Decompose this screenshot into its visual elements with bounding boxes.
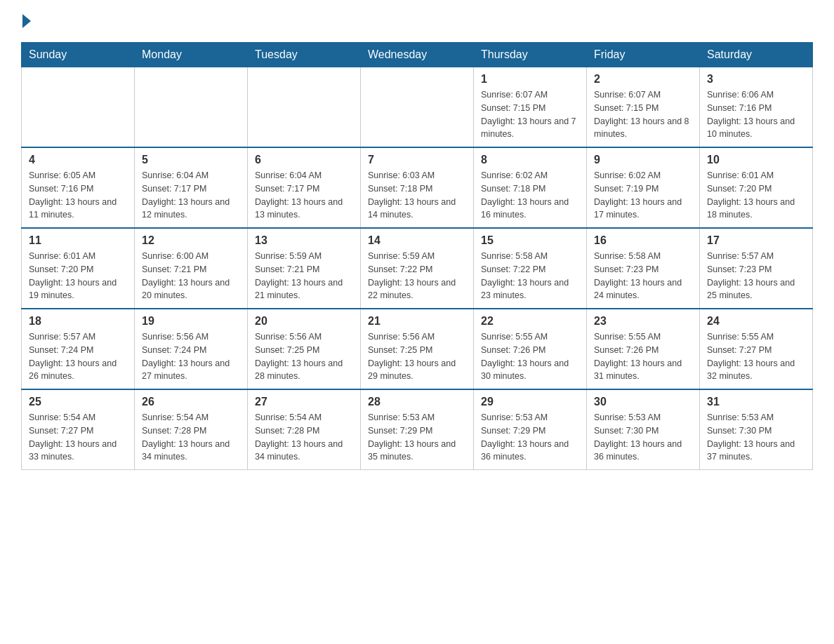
day-number: 25 [29,396,127,408]
calendar-cell: 23Sunrise: 5:55 AMSunset: 7:26 PMDayligh… [587,309,700,389]
day-info: Sunrise: 5:59 AMSunset: 7:22 PMDaylight:… [368,250,466,302]
calendar-cell: 29Sunrise: 5:53 AMSunset: 7:29 PMDayligh… [474,389,587,470]
logo [21,14,32,28]
day-of-week-header: Monday [135,43,248,67]
day-of-week-header: Friday [587,43,700,67]
day-number: 16 [594,234,692,247]
day-number: 3 [707,73,805,86]
calendar-cell: 7Sunrise: 6:03 AMSunset: 7:18 PMDaylight… [361,147,474,228]
day-info: Sunrise: 6:07 AMSunset: 7:15 PMDaylight:… [594,88,692,141]
day-number: 24 [707,315,805,328]
calendar-cell [22,67,135,148]
day-of-week-header: Saturday [700,43,813,67]
day-info: Sunrise: 6:04 AMSunset: 7:17 PMDaylight:… [142,169,240,222]
day-number: 7 [368,154,466,166]
day-number: 28 [368,396,466,408]
day-number: 9 [594,154,692,166]
day-info: Sunrise: 6:01 AMSunset: 7:20 PMDaylight:… [707,169,805,222]
day-number: 2 [594,73,692,86]
calendar-week-row: 1Sunrise: 6:07 AMSunset: 7:15 PMDaylight… [22,67,813,148]
day-info: Sunrise: 5:55 AMSunset: 7:26 PMDaylight:… [594,330,692,383]
calendar-cell: 3Sunrise: 6:06 AMSunset: 7:16 PMDaylight… [700,67,813,148]
day-number: 13 [255,234,353,247]
day-info: Sunrise: 5:56 AMSunset: 7:25 PMDaylight:… [368,330,466,383]
calendar-cell: 21Sunrise: 5:56 AMSunset: 7:25 PMDayligh… [361,309,474,389]
calendar-cell: 11Sunrise: 6:01 AMSunset: 7:20 PMDayligh… [22,228,135,309]
day-info: Sunrise: 5:54 AMSunset: 7:28 PMDaylight:… [255,411,353,464]
day-info: Sunrise: 6:06 AMSunset: 7:16 PMDaylight:… [707,88,805,141]
calendar-cell: 9Sunrise: 6:02 AMSunset: 7:19 PMDaylight… [587,147,700,228]
day-number: 11 [29,234,127,247]
day-number: 30 [594,396,692,408]
calendar-week-row: 25Sunrise: 5:54 AMSunset: 7:27 PMDayligh… [22,389,813,470]
calendar-cell: 28Sunrise: 5:53 AMSunset: 7:29 PMDayligh… [361,389,474,470]
calendar-week-row: 11Sunrise: 6:01 AMSunset: 7:20 PMDayligh… [22,228,813,309]
calendar-table: SundayMondayTuesdayWednesdayThursdayFrid… [21,42,813,470]
calendar-cell: 14Sunrise: 5:59 AMSunset: 7:22 PMDayligh… [361,228,474,309]
calendar-week-row: 18Sunrise: 5:57 AMSunset: 7:24 PMDayligh… [22,309,813,389]
day-number: 19 [142,315,240,328]
calendar-cell: 5Sunrise: 6:04 AMSunset: 7:17 PMDaylight… [135,147,248,228]
calendar-cell: 22Sunrise: 5:55 AMSunset: 7:26 PMDayligh… [474,309,587,389]
calendar-cell: 10Sunrise: 6:01 AMSunset: 7:20 PMDayligh… [700,147,813,228]
calendar-cell: 25Sunrise: 5:54 AMSunset: 7:27 PMDayligh… [22,389,135,470]
day-number: 5 [142,154,240,166]
day-number: 12 [142,234,240,247]
calendar-cell [361,67,474,148]
calendar-cell: 19Sunrise: 5:56 AMSunset: 7:24 PMDayligh… [135,309,248,389]
calendar-cell: 17Sunrise: 5:57 AMSunset: 7:23 PMDayligh… [700,228,813,309]
day-info: Sunrise: 6:02 AMSunset: 7:18 PMDaylight:… [481,169,579,222]
calendar-cell: 15Sunrise: 5:58 AMSunset: 7:22 PMDayligh… [474,228,587,309]
day-of-week-header: Tuesday [248,43,361,67]
day-of-week-header: Wednesday [361,43,474,67]
day-number: 31 [707,396,805,408]
day-info: Sunrise: 5:57 AMSunset: 7:23 PMDaylight:… [707,250,805,302]
day-info: Sunrise: 6:04 AMSunset: 7:17 PMDaylight:… [255,169,353,222]
calendar-cell [135,67,248,148]
day-info: Sunrise: 6:02 AMSunset: 7:19 PMDaylight:… [594,169,692,222]
calendar-cell: 24Sunrise: 5:55 AMSunset: 7:27 PMDayligh… [700,309,813,389]
day-number: 14 [368,234,466,247]
day-info: Sunrise: 5:58 AMSunset: 7:22 PMDaylight:… [481,250,579,302]
calendar-cell: 4Sunrise: 6:05 AMSunset: 7:16 PMDaylight… [22,147,135,228]
day-number: 4 [29,154,127,166]
day-number: 21 [368,315,466,328]
day-of-week-header: Sunday [22,43,135,67]
day-number: 10 [707,154,805,166]
calendar-cell: 12Sunrise: 6:00 AMSunset: 7:21 PMDayligh… [135,228,248,309]
day-info: Sunrise: 5:53 AMSunset: 7:30 PMDaylight:… [594,411,692,464]
calendar-cell: 2Sunrise: 6:07 AMSunset: 7:15 PMDaylight… [587,67,700,148]
day-info: Sunrise: 6:05 AMSunset: 7:16 PMDaylight:… [29,169,127,222]
calendar-cell: 26Sunrise: 5:54 AMSunset: 7:28 PMDayligh… [135,389,248,470]
day-info: Sunrise: 5:56 AMSunset: 7:25 PMDaylight:… [255,330,353,383]
day-number: 27 [255,396,353,408]
logo-arrow-icon [22,14,31,28]
day-of-week-header: Thursday [474,43,587,67]
day-info: Sunrise: 5:57 AMSunset: 7:24 PMDaylight:… [29,330,127,383]
calendar-cell: 13Sunrise: 5:59 AMSunset: 7:21 PMDayligh… [248,228,361,309]
day-info: Sunrise: 5:54 AMSunset: 7:28 PMDaylight:… [142,411,240,464]
calendar-week-row: 4Sunrise: 6:05 AMSunset: 7:16 PMDaylight… [22,147,813,228]
day-info: Sunrise: 5:59 AMSunset: 7:21 PMDaylight:… [255,250,353,302]
day-number: 17 [707,234,805,247]
day-info: Sunrise: 5:56 AMSunset: 7:24 PMDaylight:… [142,330,240,383]
calendar-cell: 30Sunrise: 5:53 AMSunset: 7:30 PMDayligh… [587,389,700,470]
day-number: 15 [481,234,579,247]
day-info: Sunrise: 6:01 AMSunset: 7:20 PMDaylight:… [29,250,127,302]
day-info: Sunrise: 6:03 AMSunset: 7:18 PMDaylight:… [368,169,466,222]
day-number: 6 [255,154,353,166]
day-info: Sunrise: 5:55 AMSunset: 7:27 PMDaylight:… [707,330,805,383]
calendar-cell: 31Sunrise: 5:53 AMSunset: 7:30 PMDayligh… [700,389,813,470]
day-number: 18 [29,315,127,328]
day-info: Sunrise: 6:00 AMSunset: 7:21 PMDaylight:… [142,250,240,302]
day-number: 29 [481,396,579,408]
calendar-cell [248,67,361,148]
calendar-cell: 8Sunrise: 6:02 AMSunset: 7:18 PMDaylight… [474,147,587,228]
calendar-cell: 16Sunrise: 5:58 AMSunset: 7:23 PMDayligh… [587,228,700,309]
calendar-cell: 1Sunrise: 6:07 AMSunset: 7:15 PMDaylight… [474,67,587,148]
day-info: Sunrise: 5:53 AMSunset: 7:30 PMDaylight:… [707,411,805,464]
calendar-cell: 6Sunrise: 6:04 AMSunset: 7:17 PMDaylight… [248,147,361,228]
day-info: Sunrise: 5:55 AMSunset: 7:26 PMDaylight:… [481,330,579,383]
day-number: 23 [594,315,692,328]
day-number: 26 [142,396,240,408]
